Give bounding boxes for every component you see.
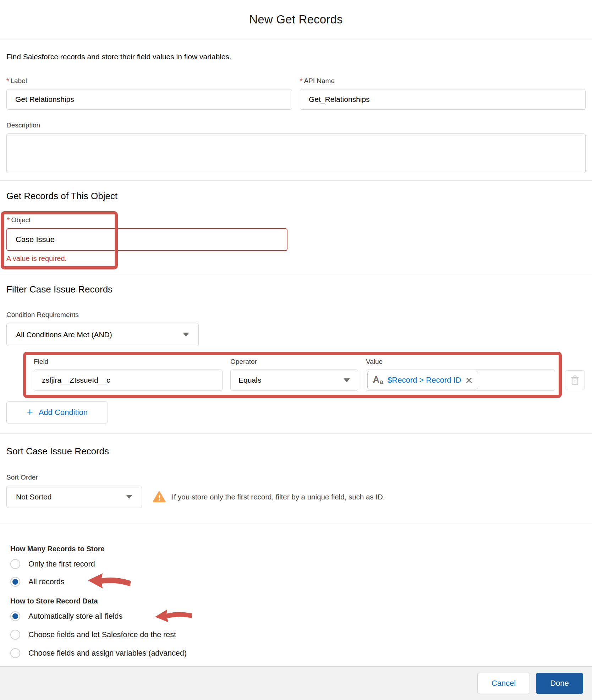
radio-label[interactable]: All records	[28, 578, 65, 586]
api-name-field-label: *API Name	[300, 77, 586, 85]
chevron-down-icon	[344, 378, 350, 382]
radio-choose-fields-salesforce[interactable]	[10, 630, 20, 640]
dialog-header: New Get Records	[0, 0, 592, 39]
object-input[interactable]: Case Issue	[6, 228, 287, 251]
condition-value-label: Value	[366, 358, 555, 366]
sort-order-label: Sort Order	[6, 474, 586, 481]
filter-section-heading: Filter Case Issue Records	[6, 284, 586, 295]
how-store-data-heading: How to Store Record Data	[10, 597, 586, 605]
annotation-arrow	[86, 571, 132, 592]
label-field-group: *Label Get Relationships	[6, 77, 292, 110]
condition-value-group: Value Aa $Record > Record ID	[366, 358, 555, 391]
store-options-section: How Many Records to Store Only the first…	[6, 545, 586, 659]
section-divider	[0, 524, 592, 524]
condition-field-group: Field zsfjira__ZIssueId__c	[34, 358, 223, 391]
radio-automatically-store-all-fields[interactable]	[10, 611, 20, 621]
dialog-body: Find Salesforce records and store their …	[0, 39, 592, 666]
cancel-button[interactable]: Cancel	[477, 673, 530, 694]
chevron-down-icon	[183, 333, 189, 337]
dialog-title: New Get Records	[249, 13, 342, 26]
description-field-label: Description	[6, 121, 586, 129]
object-section-heading: Get Records of This Object	[6, 191, 586, 202]
dialog-intro-text: Find Salesforce records and store their …	[6, 53, 586, 61]
dialog-footer: Cancel Done	[0, 666, 592, 700]
sort-order-value: Not Sorted	[16, 493, 51, 501]
condition-operator-select[interactable]: Equals	[230, 370, 358, 391]
plus-icon: +	[27, 407, 33, 417]
description-field-group: Description	[6, 121, 586, 173]
radio-row-all-records: All records	[10, 576, 586, 588]
condition-value-combobox[interactable]: Aa $Record > Record ID	[366, 370, 555, 391]
delete-condition-button[interactable]	[565, 370, 585, 390]
radio-label[interactable]: Choose fields and let Salesforce do the …	[28, 630, 176, 639]
object-field-group: *Object Case Issue A value is required.	[6, 216, 297, 263]
object-field-label: *Object	[7, 216, 297, 224]
chevron-down-icon	[126, 495, 132, 499]
condition-field-label: Field	[34, 358, 223, 366]
radio-only-first-record[interactable]	[10, 559, 20, 569]
required-asterisk: *	[6, 77, 9, 84]
how-many-records-heading: How Many Records to Store	[10, 545, 586, 553]
section-divider	[0, 274, 592, 274]
warning-icon	[153, 491, 166, 503]
radio-label[interactable]: Choose fields and assign variables (adva…	[28, 649, 187, 658]
required-asterisk: *	[300, 77, 302, 84]
required-asterisk: *	[7, 216, 10, 224]
condition-operator-value: Equals	[239, 376, 261, 384]
radio-row-only-first-record: Only the first record	[10, 558, 586, 570]
done-button[interactable]: Done	[536, 673, 583, 694]
radio-choose-fields-advanced[interactable]	[10, 648, 20, 658]
value-resource-text: $Record > Record ID	[388, 376, 461, 385]
radio-all-records[interactable]	[10, 577, 20, 587]
section-divider	[0, 433, 592, 434]
sort-warning-text: If you store only the first record, filt…	[172, 493, 385, 501]
annotation-arrow	[153, 606, 194, 626]
sort-order-select[interactable]: Not Sorted	[6, 486, 142, 508]
condition-requirements-label: Condition Requirements	[6, 311, 586, 319]
sort-section-heading: Sort Case Issue Records	[6, 446, 586, 457]
add-condition-button[interactable]: + Add Condition	[6, 401, 108, 423]
radio-row-choose-fields-advanced: Choose fields and assign variables (adva…	[10, 647, 586, 659]
api-name-input[interactable]: Get_Relationships	[300, 89, 586, 110]
condition-field-input[interactable]: zsfjira__ZIssueId__c	[34, 370, 223, 391]
radio-label[interactable]: Only the first record	[28, 560, 95, 569]
label-field-label: *Label	[6, 77, 292, 85]
description-textarea[interactable]	[6, 133, 586, 173]
label-input[interactable]: Get Relationships	[6, 89, 292, 110]
condition-requirements-select[interactable]: All Conditions Are Met (AND)	[6, 323, 199, 346]
add-condition-label: Add Condition	[39, 408, 88, 417]
condition-operator-group: Operator Equals	[230, 358, 358, 391]
condition-operator-label: Operator	[230, 358, 358, 366]
api-name-field-group: *API Name Get_Relationships	[300, 77, 586, 110]
text-type-icon: Aa	[373, 375, 383, 385]
sort-warning: If you store only the first record, filt…	[153, 491, 385, 503]
radio-row-auto-store-all: Automatically store all fields	[10, 610, 586, 622]
filter-condition-row: Field zsfjira__ZIssueId__c Operator Equa…	[23, 352, 586, 398]
remove-value-icon[interactable]	[465, 377, 473, 384]
value-resource-pill[interactable]: Aa $Record > Record ID	[367, 371, 478, 389]
radio-label[interactable]: Automatically store all fields	[28, 612, 122, 621]
radio-row-choose-fields-rest: Choose fields and let Salesforce do the …	[10, 629, 586, 641]
trash-icon	[570, 375, 580, 385]
condition-requirements-value: All Conditions Are Met (AND)	[16, 330, 112, 339]
section-divider	[0, 180, 592, 181]
object-error-message: A value is required.	[6, 255, 297, 263]
